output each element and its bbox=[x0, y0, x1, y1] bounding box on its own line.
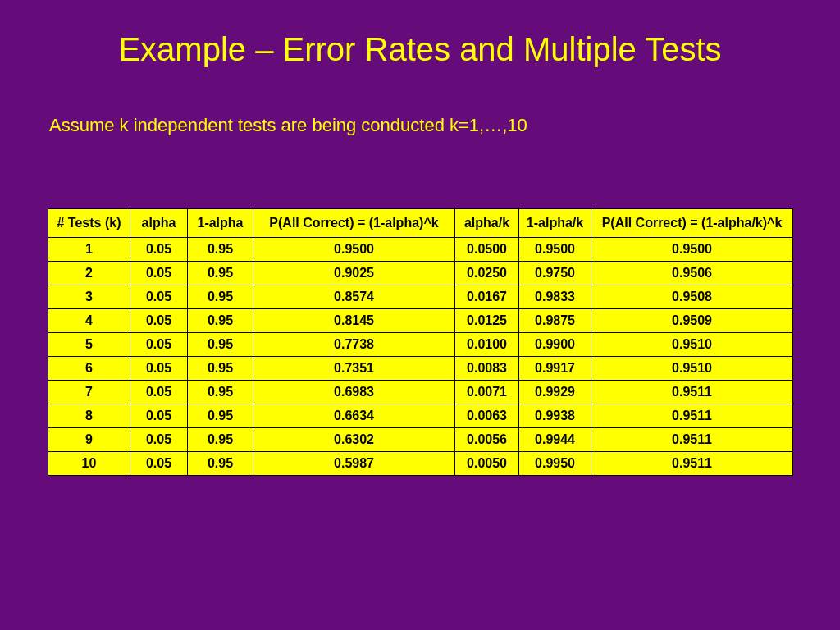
table-row: 7 0.05 0.95 0.6983 0.0071 0.9929 0.9511 bbox=[48, 381, 793, 404]
cell: 0.05 bbox=[130, 428, 188, 452]
cell: 0.9506 bbox=[591, 262, 793, 285]
cell: 5 bbox=[48, 333, 130, 357]
cell: 0.0050 bbox=[455, 452, 519, 476]
table-row: 3 0.05 0.95 0.8574 0.0167 0.9833 0.9508 bbox=[48, 285, 793, 309]
cell: 0.9950 bbox=[519, 452, 591, 476]
cell: 0.7738 bbox=[253, 333, 455, 357]
error-rates-table: # Tests (k) alpha 1-alpha P(All Correct)… bbox=[48, 208, 793, 476]
error-rates-table-container: # Tests (k) alpha 1-alpha P(All Correct)… bbox=[48, 208, 792, 476]
cell: 0.6302 bbox=[253, 428, 455, 452]
table-row: 4 0.05 0.95 0.8145 0.0125 0.9875 0.9509 bbox=[48, 309, 793, 333]
cell: 0.9510 bbox=[591, 333, 793, 357]
col-header-1malphak: 1-alpha/k bbox=[519, 209, 591, 238]
cell: 0.95 bbox=[188, 285, 253, 309]
cell: 0.0063 bbox=[455, 404, 519, 428]
cell: 0.9929 bbox=[519, 381, 591, 404]
cell: 0.9938 bbox=[519, 404, 591, 428]
cell: 0.9508 bbox=[591, 285, 793, 309]
cell: 0.0071 bbox=[455, 381, 519, 404]
cell: 1 bbox=[48, 238, 130, 262]
table-body: 1 0.05 0.95 0.9500 0.0500 0.9500 0.9500 … bbox=[48, 238, 793, 476]
cell: 0.05 bbox=[130, 452, 188, 476]
cell: 0.9511 bbox=[591, 428, 793, 452]
cell: 0.0056 bbox=[455, 428, 519, 452]
cell: 0.95 bbox=[188, 238, 253, 262]
cell: 6 bbox=[48, 357, 130, 381]
col-header-pallcorrk: P(All Correct) = (1-alpha/k)^k bbox=[591, 209, 793, 238]
cell: 0.05 bbox=[130, 238, 188, 262]
cell: 4 bbox=[48, 309, 130, 333]
cell: 0.05 bbox=[130, 285, 188, 309]
table-header-row: # Tests (k) alpha 1-alpha P(All Correct)… bbox=[48, 209, 793, 238]
cell: 0.8145 bbox=[253, 309, 455, 333]
cell: 0.95 bbox=[188, 381, 253, 404]
cell: 0.8574 bbox=[253, 285, 455, 309]
cell: 0.9900 bbox=[519, 333, 591, 357]
cell: 0.9025 bbox=[253, 262, 455, 285]
cell: 0.9510 bbox=[591, 357, 793, 381]
cell: 0.95 bbox=[188, 428, 253, 452]
cell: 0.7351 bbox=[253, 357, 455, 381]
col-header-pallcorr: P(All Correct) = (1-alpha)^k bbox=[253, 209, 455, 238]
cell: 0.05 bbox=[130, 357, 188, 381]
table-row: 6 0.05 0.95 0.7351 0.0083 0.9917 0.9510 bbox=[48, 357, 793, 381]
cell: 0.9917 bbox=[519, 357, 591, 381]
cell: 9 bbox=[48, 428, 130, 452]
slide-subtitle: Assume k independent tests are being con… bbox=[49, 115, 527, 136]
cell: 2 bbox=[48, 262, 130, 285]
col-header-1malpha: 1-alpha bbox=[188, 209, 253, 238]
cell: 8 bbox=[48, 404, 130, 428]
col-header-alpha: alpha bbox=[130, 209, 188, 238]
cell: 0.05 bbox=[130, 333, 188, 357]
cell: 0.5987 bbox=[253, 452, 455, 476]
cell: 3 bbox=[48, 285, 130, 309]
table-row: 10 0.05 0.95 0.5987 0.0050 0.9950 0.9511 bbox=[48, 452, 793, 476]
table-row: 2 0.05 0.95 0.9025 0.0250 0.9750 0.9506 bbox=[48, 262, 793, 285]
slide-title: Example – Error Rates and Multiple Tests bbox=[0, 31, 840, 68]
cell: 0.95 bbox=[188, 404, 253, 428]
cell: 0.0250 bbox=[455, 262, 519, 285]
table-row: 1 0.05 0.95 0.9500 0.0500 0.9500 0.9500 bbox=[48, 238, 793, 262]
cell: 0.0083 bbox=[455, 357, 519, 381]
cell: 0.9833 bbox=[519, 285, 591, 309]
cell: 10 bbox=[48, 452, 130, 476]
cell: 0.0125 bbox=[455, 309, 519, 333]
cell: 0.9511 bbox=[591, 452, 793, 476]
cell: 0.9500 bbox=[519, 238, 591, 262]
cell: 0.9511 bbox=[591, 381, 793, 404]
cell: 0.0500 bbox=[455, 238, 519, 262]
cell: 0.0167 bbox=[455, 285, 519, 309]
cell: 0.0100 bbox=[455, 333, 519, 357]
cell: 0.9750 bbox=[519, 262, 591, 285]
cell: 0.95 bbox=[188, 309, 253, 333]
cell: 0.95 bbox=[188, 333, 253, 357]
cell: 0.95 bbox=[188, 262, 253, 285]
cell: 0.6983 bbox=[253, 381, 455, 404]
cell: 0.9944 bbox=[519, 428, 591, 452]
cell: 0.9500 bbox=[253, 238, 455, 262]
slide: Example – Error Rates and Multiple Tests… bbox=[0, 0, 840, 630]
table-row: 8 0.05 0.95 0.6634 0.0063 0.9938 0.9511 bbox=[48, 404, 793, 428]
col-header-alphak: alpha/k bbox=[455, 209, 519, 238]
cell: 7 bbox=[48, 381, 130, 404]
table-row: 9 0.05 0.95 0.6302 0.0056 0.9944 0.9511 bbox=[48, 428, 793, 452]
table-row: 5 0.05 0.95 0.7738 0.0100 0.9900 0.9510 bbox=[48, 333, 793, 357]
cell: 0.9511 bbox=[591, 404, 793, 428]
col-header-k: # Tests (k) bbox=[48, 209, 130, 238]
cell: 0.9509 bbox=[591, 309, 793, 333]
cell: 0.05 bbox=[130, 381, 188, 404]
cell: 0.9500 bbox=[591, 238, 793, 262]
cell: 0.05 bbox=[130, 404, 188, 428]
cell: 0.9875 bbox=[519, 309, 591, 333]
cell: 0.95 bbox=[188, 357, 253, 381]
cell: 0.6634 bbox=[253, 404, 455, 428]
cell: 0.05 bbox=[130, 262, 188, 285]
cell: 0.05 bbox=[130, 309, 188, 333]
cell: 0.95 bbox=[188, 452, 253, 476]
